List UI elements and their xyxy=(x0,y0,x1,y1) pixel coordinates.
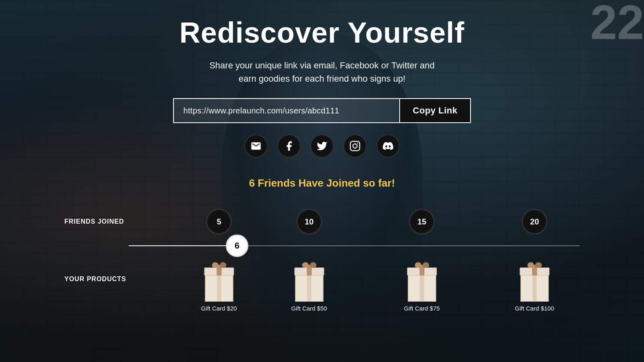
product-item-50: Gift Card $50 xyxy=(291,267,327,312)
svg-point-2 xyxy=(357,143,358,144)
products-row: YOUR PRODUCTS Gift Card $20 xyxy=(64,267,580,316)
milestone-10: 10 xyxy=(296,209,322,234)
twitter-svg xyxy=(316,140,328,152)
subtitle-line1: Share your unique link via email, Facebo… xyxy=(209,60,435,70)
svg-rect-0 xyxy=(350,141,359,150)
progress-line-container: 6 xyxy=(129,234,580,258)
product-item-100: Gift Card $100 xyxy=(515,267,554,312)
gift-body xyxy=(205,276,233,302)
product-item-75: Gift Card $75 xyxy=(404,267,440,312)
social-icons-row xyxy=(244,134,400,158)
product-label-100: Gift Card $100 xyxy=(515,305,554,312)
products-section: YOUR PRODUCTS Gift Card $20 xyxy=(40,267,604,316)
share-link-row: Copy Link xyxy=(173,98,471,123)
gift-bow-right xyxy=(219,261,227,269)
facebook-svg xyxy=(283,140,295,152)
gift-box-100 xyxy=(520,267,549,302)
email-svg xyxy=(250,140,262,152)
progress-section: FRIENDS JOINED 5 10 15 20 xyxy=(40,206,604,238)
gift-box-50 xyxy=(295,267,323,302)
gift-bow-left xyxy=(211,261,219,269)
main-content: Rediscover Yourself Share your unique li… xyxy=(0,0,644,316)
your-products-label: YOUR PRODUCTS xyxy=(64,267,129,283)
milestones-container: 5 10 15 20 xyxy=(129,206,580,238)
current-position-marker: 6 xyxy=(226,234,248,257)
gift-bow-right-75 xyxy=(422,261,429,269)
gift-bow-right-100 xyxy=(535,261,542,269)
progress-fill xyxy=(129,245,237,246)
subtitle: Share your unique link via email, Facebo… xyxy=(209,59,435,85)
gift-lid-50 xyxy=(294,267,324,276)
copy-link-button[interactable]: Copy Link xyxy=(399,99,471,122)
email-icon[interactable] xyxy=(244,134,268,158)
product-label-50: Gift Card $50 xyxy=(291,305,327,312)
products-grid: Gift Card $20 Gift Card $50 xyxy=(129,267,580,316)
gift-lid-75 xyxy=(407,267,437,276)
gift-lid xyxy=(204,267,234,276)
milestones-row: FRIENDS JOINED 5 10 15 20 xyxy=(64,206,580,238)
page-title: Rediscover Yourself xyxy=(180,16,465,49)
gift-bow-left-50 xyxy=(301,261,309,269)
milestone-20: 20 xyxy=(522,209,547,234)
instagram-svg xyxy=(349,140,361,152)
progress-line-row: 6 xyxy=(40,234,604,258)
facebook-icon[interactable] xyxy=(277,134,301,158)
gift-body-50 xyxy=(295,276,323,302)
gift-bow-left-75 xyxy=(414,261,421,269)
subtitle-line2: earn goodies for each friend who signs u… xyxy=(239,74,406,84)
gift-lid-100 xyxy=(520,267,549,276)
gift-bow-right-50 xyxy=(309,261,317,269)
friends-joined-text: 6 Friends Have Joined so far! xyxy=(249,177,395,189)
milestone-15: 15 xyxy=(409,209,435,234)
gift-body-100 xyxy=(520,276,549,302)
friends-joined-label: FRIENDS JOINED xyxy=(64,218,129,225)
discord-svg xyxy=(383,141,393,151)
gift-box-20 xyxy=(205,267,233,302)
share-link-input[interactable] xyxy=(174,100,399,122)
milestone-5: 5 xyxy=(206,209,232,234)
product-item-20: Gift Card $20 xyxy=(201,267,237,312)
gift-box-75 xyxy=(408,267,436,302)
discord-icon[interactable] xyxy=(376,134,400,158)
twitter-icon[interactable] xyxy=(310,134,334,158)
product-label-75: Gift Card $75 xyxy=(404,305,440,312)
instagram-icon[interactable] xyxy=(343,134,367,158)
gift-bow-left-100 xyxy=(526,261,534,269)
svg-point-1 xyxy=(353,144,357,148)
product-label-20: Gift Card $20 xyxy=(201,305,237,312)
gift-body-75 xyxy=(408,276,436,302)
